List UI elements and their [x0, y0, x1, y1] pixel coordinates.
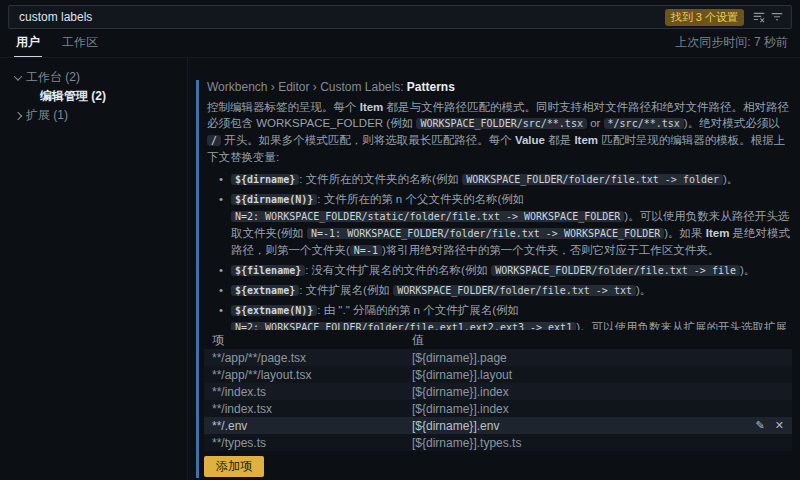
pencil-icon[interactable]: ✎: [756, 420, 765, 431]
table-row[interactable]: **/types.ts [${dirname}].types.ts ✎ ✕: [204, 434, 792, 451]
close-icon[interactable]: ✕: [775, 420, 784, 431]
table-row[interactable]: **/index.ts [${dirname}].index ✎ ✕: [204, 383, 792, 400]
table-row[interactable]: **/app/**/page.tsx [${dirname}].page ✎ ✕: [204, 349, 792, 366]
sidebar-item-editor-management[interactable]: 编辑管理 (2): [0, 87, 187, 106]
filter-settings-icon[interactable]: [768, 8, 786, 26]
table-rows: **/app/**/page.tsx [${dirname}].page ✎ ✕…: [204, 349, 792, 451]
setting-breadcrumb: Workbench › Editor › Custom Labels: Patt…: [207, 80, 792, 94]
sidebar-item-extensions[interactable]: 扩展 (1): [0, 106, 187, 125]
table-row[interactable]: **/.env [${dirname}].env ✎ ✕: [204, 417, 792, 434]
setting-custom-labels-patterns: Workbench › Editor › Custom Labels: Patt…: [196, 80, 792, 478]
row-item: **/index.ts: [204, 385, 404, 399]
settings-scope-tabs: 用户 工作区 上次同步时间: 7 秒前: [0, 32, 800, 58]
sidebar-item-workbench[interactable]: 工作台 (2): [0, 68, 187, 87]
add-item-button[interactable]: 添加项: [204, 456, 264, 477]
chevron-right-icon[interactable]: [10, 113, 26, 119]
table-header-row: 项 值: [204, 332, 792, 349]
tab-user[interactable]: 用户: [14, 31, 42, 57]
column-header-item: 项: [204, 332, 404, 349]
results-count-badge: 找到 3 个设置: [665, 9, 744, 26]
patterns-table: 项 值 **/app/**/page.tsx [${dirname}].page…: [204, 332, 792, 477]
setting-description: 控制编辑器标签的呈现。每个 Item 都是与文件路径匹配的模式。同时支持相对文件…: [207, 99, 792, 165]
row-value: [${dirname}].index: [404, 402, 792, 416]
variable-list: ${dirname}: 文件所在的文件夹的名称(例如 WORKSPACE_FOL…: [207, 171, 792, 330]
sidebar-item-label: 扩展 (1): [26, 107, 68, 124]
row-item: **/types.ts: [204, 436, 404, 450]
breadcrumb-prefix: Workbench › Editor › Custom Labels:: [207, 80, 407, 94]
row-value: [${dirname}].index: [404, 385, 792, 399]
variable-dirname-n: ${dirname(N)}: 文件所在的第 n 个父文件夹的名称(例如 N=2:…: [231, 191, 792, 259]
row-item: **/.env: [204, 419, 404, 433]
column-header-value: 值: [404, 332, 792, 349]
tab-workspace[interactable]: 工作区: [60, 31, 100, 57]
row-actions: ✎ ✕: [756, 417, 784, 434]
row-value: [${dirname}].env: [404, 419, 792, 433]
table-row[interactable]: **/app/**/layout.tsx [${dirname}].layout…: [204, 366, 792, 383]
clear-all-icon[interactable]: [750, 8, 768, 26]
settings-body: Workbench › Editor › Custom Labels: Patt…: [188, 58, 800, 480]
variable-extname-n: ${extname(N)}: 由 "." 分隔的的第 n 个文件扩展名(例如 N…: [231, 302, 792, 330]
settings-search-row: 找到 3 个设置: [0, 0, 800, 32]
last-sync-status: 上次同步时间: 7 秒前: [675, 34, 788, 57]
chevron-down-icon[interactable]: [10, 75, 26, 81]
variable-extname: ${extname}: 文件扩展名(例如 WORKSPACE_FOLDER/fo…: [231, 282, 792, 299]
row-item: **/app/**/page.tsx: [204, 351, 404, 365]
setting-text: Workbench › Editor › Custom Labels: Patt…: [204, 80, 792, 330]
variable-filename: ${filename}: 没有文件扩展名的文件的名称(例如 WORKSPACE_…: [231, 262, 792, 279]
row-value: [${dirname}].types.ts: [404, 436, 792, 450]
settings-toc-sidebar: 工作台 (2) 编辑管理 (2) 扩展 (1): [0, 58, 188, 480]
settings-editor: 找到 3 个设置 用户 工作区 上次同步时间: 7 秒前 工作台 (2: [0, 0, 800, 480]
row-value: [${dirname}].layout: [404, 368, 792, 382]
search-input[interactable]: [17, 9, 665, 25]
variable-dirname: ${dirname}: 文件所在的文件夹的名称(例如 WORKSPACE_FOL…: [231, 171, 792, 188]
settings-search-box: 找到 3 个设置: [8, 5, 792, 29]
setting-title: Patterns: [407, 80, 455, 94]
row-value: [${dirname}].page: [404, 351, 792, 365]
table-row[interactable]: **/index.tsx [${dirname}].index ✎ ✕: [204, 400, 792, 417]
row-item: **/index.tsx: [204, 402, 404, 416]
sidebar-item-label: 工作台 (2): [26, 69, 80, 86]
row-item: **/app/**/layout.tsx: [204, 368, 404, 382]
sidebar-item-label: 编辑管理 (2): [40, 88, 106, 105]
